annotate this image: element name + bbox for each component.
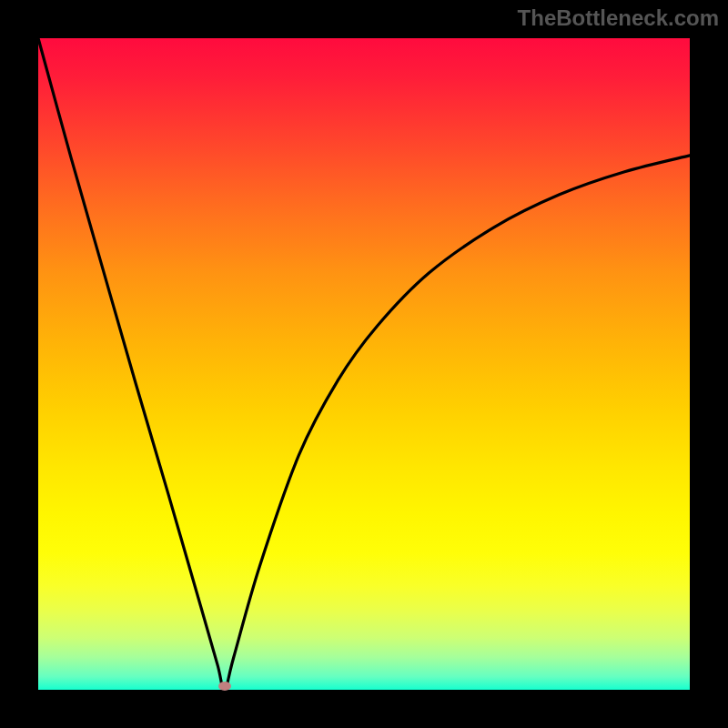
chart-container: TheBottleneck.com [0, 0, 728, 728]
minimum-marker [218, 682, 231, 691]
chart-curve [38, 38, 690, 690]
watermark-text: TheBottleneck.com [518, 5, 719, 31]
plot-area [38, 38, 690, 690]
